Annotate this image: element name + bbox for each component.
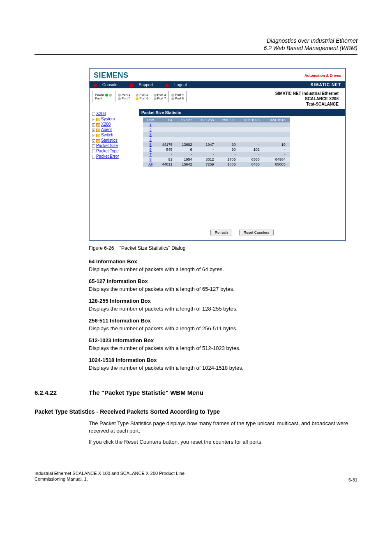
tree-subitem[interactable]: Packet Size <box>96 143 118 148</box>
running-header: Diagnostics over Industrial Ethernet 6.2… <box>35 37 357 52</box>
table-row: 54417513682194790-19 <box>143 142 290 147</box>
header-line2: 6.2 Web Based Management (WBM) <box>35 44 357 52</box>
info-box-title: 1024-1518 Information Box <box>89 357 346 363</box>
table-row: All448111564272591885646585003 <box>143 162 290 167</box>
table-row: 65456-90102- <box>143 147 290 152</box>
port-link[interactable]: 3 <box>150 133 152 137</box>
table-row: 2------ <box>143 127 290 132</box>
tree-item[interactable]: Switch <box>101 133 113 137</box>
menu-logout[interactable]: Logout <box>166 83 193 87</box>
reset-counters-button[interactable]: Reset Counters <box>239 230 274 235</box>
port-link[interactable]: 7 <box>150 152 152 157</box>
page-icon <box>92 150 95 153</box>
header-line1: Diagnostics over Industrial Ethernet <box>35 37 357 44</box>
tree-item[interactable]: Agent <box>101 127 112 132</box>
figure-caption: Figure 6-26 "Packet Size Statistics" Dia… <box>89 245 346 251</box>
port-link[interactable]: 8 <box>150 157 152 161</box>
table-row: 1------ <box>143 122 290 127</box>
expand-icon[interactable]: + <box>92 118 95 121</box>
led-icon <box>136 97 138 100</box>
subsection-heading: Packet Type Statistics - Received Packet… <box>35 408 357 415</box>
menu-support[interactable]: Support <box>130 83 159 87</box>
panel-title: Packet Size Statistic <box>139 109 345 116</box>
led-icon <box>136 94 138 97</box>
tree-item[interactable]: System <box>101 117 115 121</box>
menu-console[interactable]: Console <box>94 83 123 87</box>
brand-logo: SIEMENS <box>94 71 129 80</box>
info-box-title: 65-127 Information Box <box>89 278 346 284</box>
folder-icon <box>96 139 100 143</box>
menubar-right: SIMATIC NET <box>311 83 341 87</box>
page-footer: Industrial Ethernet SCALANCE X-100 and S… <box>35 470 357 482</box>
expand-icon[interactable]: + <box>92 129 95 132</box>
led-icon <box>118 94 121 97</box>
port-link[interactable]: 1 <box>150 123 152 127</box>
header-rule <box>35 54 357 55</box>
table-row: 4------ <box>143 137 290 142</box>
table-row: 3------ <box>143 132 290 137</box>
info-box-title: 256-511 Information Box <box>89 318 346 324</box>
port-status-panel: Power Fault Port 1 Port 5 Port 2 Port 6 … <box>92 91 187 102</box>
port-link[interactable]: 4 <box>150 138 152 142</box>
table-header-row: Port 64 65-127 128-255 256-511 512-1023 … <box>143 117 290 122</box>
led-icon <box>154 94 157 97</box>
body-paragraph: The Packet Type Statistics page displays… <box>89 420 360 434</box>
menubar: Console Support Logout SIMATIC NET <box>90 81 345 88</box>
port-link[interactable]: All <box>148 162 152 166</box>
section-heading: 6.2.4.22The "Packet Type Statistic" WBM … <box>35 389 357 396</box>
expand-icon[interactable]: + <box>92 123 95 127</box>
tree-item[interactable]: X208 <box>101 122 111 127</box>
port-link[interactable]: 6 <box>150 147 152 152</box>
page-number: 6-31 <box>348 477 357 482</box>
led-icon <box>154 97 157 100</box>
info-box-title: 512-1023 Information Box <box>89 337 346 343</box>
info-box-text: Displays the number of packets with a le… <box>89 365 346 371</box>
info-box-title: 128-255 Information Box <box>89 298 346 304</box>
device-icon <box>92 113 95 116</box>
collapse-icon[interactable]: - <box>92 139 95 143</box>
info-box-text: Displays the number of packets with a le… <box>89 325 346 332</box>
tree-subitem[interactable]: Packet Type <box>96 149 119 153</box>
wbm-screenshot: SIEMENS Automation & Drives Console Supp… <box>89 68 346 241</box>
folder-icon <box>96 123 100 127</box>
device-info: SIMATIC NET Industrial Ethernet SCALANCE… <box>187 91 343 107</box>
page-icon <box>92 144 95 148</box>
port-link[interactable]: 5 <box>150 143 152 147</box>
nav-tree: X208 +System +X208 +Agent +Switch -Stati… <box>90 109 139 240</box>
port-link[interactable]: 2 <box>150 128 152 132</box>
folder-icon <box>96 134 100 137</box>
folder-icon <box>96 129 100 132</box>
table-row: 7------ <box>143 152 290 157</box>
led-icon <box>118 97 121 100</box>
tree-subitem[interactable]: Packet Error <box>96 154 119 159</box>
brand-tagline: Automation & Drives <box>301 74 341 78</box>
square-icon <box>94 84 97 87</box>
folder-icon <box>96 118 100 121</box>
packet-size-table: Port 64 65-127 128-255 256-511 512-1023 … <box>143 117 290 167</box>
square-icon <box>166 84 168 87</box>
tree-root[interactable]: X208 <box>96 111 106 116</box>
info-box-title: 64 Information Box <box>89 258 346 265</box>
led-icon <box>171 94 174 97</box>
square-icon <box>130 84 133 87</box>
refresh-button[interactable]: Refresh <box>210 230 233 235</box>
body-paragraph: If you click the Reset Counters button, … <box>89 438 360 446</box>
table-row: 891195453121705636384984 <box>143 157 290 162</box>
info-box-text: Displays the number of packets with a le… <box>89 266 346 272</box>
led-icon <box>105 94 108 97</box>
expand-icon[interactable]: + <box>92 134 95 137</box>
page-icon <box>92 155 95 159</box>
led-icon <box>171 97 174 100</box>
info-box-text: Displays the number of packets with a le… <box>89 306 346 312</box>
info-box-text: Displays the number of packets with a le… <box>89 345 346 351</box>
info-box-text: Displays the number of packets with a le… <box>89 286 346 292</box>
led-icon <box>109 94 112 97</box>
tree-item[interactable]: Statistics <box>101 138 118 143</box>
